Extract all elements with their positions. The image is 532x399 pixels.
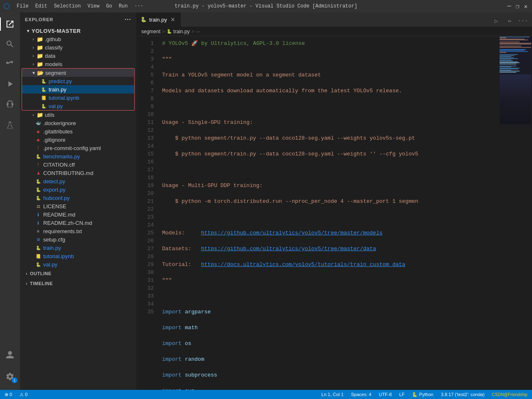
tree-item-citation[interactable]: ! CITATION.cff [20,160,136,169]
tree-item-requirements[interactable]: ≡ requirements.txt [20,227,136,235]
more-actions-button[interactable]: ··· [517,15,529,27]
breadcrumb-sep1: > [162,29,165,34]
activity-search-icon[interactable] [0,34,20,54]
info-file-icon: ℹ [35,219,42,226]
menu-run[interactable]: Run [116,2,131,10]
cfg-file-icon: ⚙ [35,236,42,243]
breadcrumb-sep2: > [191,29,194,34]
tree-item-label: predict.py [49,78,134,84]
activity-test-icon[interactable] [0,116,20,135]
activity-account-icon[interactable] [0,345,20,365]
status-python-env[interactable]: 3.8.17 ('test2': conda) [440,392,486,397]
activity-bar-bottom [0,345,20,390]
menu-file[interactable]: File [14,2,31,10]
tree-item-segment[interactable]: ▼ 📂 segment [22,69,134,77]
segment-folder-highlight: ▼ 📂 segment 🐍 predict.py 🐍 train.py [22,68,135,111]
menu-more[interactable]: ··· [132,2,146,10]
vscode-logo-icon: ⬡ [3,2,10,11]
tree-item-contributing[interactable]: ♟ CONTRIBUTING.md [20,169,136,177]
tree-item-val[interactable]: 🐍 val.py [22,102,134,110]
tree-item-predict[interactable]: 🐍 predict.py [22,77,134,85]
menu-edit[interactable]: Edit [33,2,50,10]
tree-item-label: val.py [49,103,134,109]
split-editor-button[interactable]: ⇔ [504,15,515,27]
status-errors[interactable]: ⊗ 0 [3,392,13,397]
sidebar-actions-button[interactable]: ··· [125,16,131,23]
window-title: train.py - yolov5-master - Visual Studio… [175,3,357,9]
tree-item-readme[interactable]: ℹ README.md [20,210,136,219]
tree-item-utils[interactable]: › 📁 utils [20,111,136,119]
tree-item-license[interactable]: ⚖ LICENSE [20,202,136,210]
outline-section[interactable]: › OUTLINE [20,268,136,278]
notebook-file-icon: 📒 [35,253,42,259]
folder-icon: 📁 [37,44,43,51]
tree-item-train-selected[interactable]: 🐍 train.py [22,85,134,94]
breadcrumb-filename[interactable]: train.py [173,29,190,34]
maximize-button[interactable]: ❐ [515,3,520,9]
activity-run-icon[interactable] [0,74,20,94]
folder-arrow-icon: › [30,61,37,67]
tree-item-hubconf[interactable]: 🐍 hubconf.py [20,194,136,202]
menu-view[interactable]: View [85,2,102,10]
code-content[interactable]: # YOLOv5 🚀 by Ultralytics, AGPL-3.0 lice… [157,36,499,390]
activity-extensions-icon[interactable] [0,94,20,114]
tree-item-export[interactable]: 🐍 export.py [20,185,136,194]
tree-item-setup-cfg[interactable]: ⚙ setup.cfg [20,235,136,244]
menu-selection[interactable]: Selection [52,2,84,10]
tree-item-data[interactable]: › 📁 data [20,52,136,60]
tree-item-detect[interactable]: 🐍 detect.py [20,177,136,185]
tree-item-classify[interactable]: › 📁 classify [20,43,136,52]
minimize-button[interactable]: — [506,3,512,9]
breadcrumb-segment[interactable]: segment [141,29,160,34]
python-file-icon: 🐍 [35,244,42,251]
outline-label: OUTLINE [30,271,52,276]
tree-item-tutorial[interactable]: 📒 tutorial.ipynb [22,94,134,102]
status-warnings[interactable]: ⚠ 0 [18,392,29,397]
menu-go[interactable]: Go [103,2,114,10]
activity-source-control-icon[interactable] [0,54,20,74]
outline-expand-icon: › [23,270,30,277]
folder-icon: 📁 [37,36,43,42]
cursor-position: Ln 1, Col 1 [321,392,343,397]
tree-item-train-root[interactable]: 🐍 train.py [20,244,136,252]
status-line-ending[interactable]: LF [398,392,406,397]
tree-root-yolov5[interactable]: ▼ YOLOV5-MASTER [20,27,136,35]
tree-item-label: train.py [43,245,136,251]
folder-arrow-icon: › [30,36,37,42]
tree-item-github[interactable]: › 📁 .github [20,35,136,43]
tree-item-label: val.py [43,261,136,268]
tab-close-button[interactable]: ✕ [170,16,176,23]
close-button[interactable]: ✕ [523,3,529,9]
tree-item-readme-cn[interactable]: ℹ README.zh-CN.md [20,219,136,227]
tree-item-gitignore[interactable]: ◈ .gitignore [20,135,136,144]
tree-item-precommit[interactable]: ! .pre-commit-config.yaml [20,144,136,152]
run-file-button[interactable]: ▷ [490,15,502,27]
python-file-icon: 🐍 [40,78,47,84]
status-language[interactable]: 🐍 Python [411,392,434,397]
activity-explorer-icon[interactable] [0,14,20,34]
folder-arrow-icon: › [30,44,37,51]
tree-item-label: CITATION.cff [43,162,136,168]
timeline-section[interactable]: › TIMELINE [20,278,136,288]
tree-item-label: hubconf.py [43,195,136,201]
folder-icon: 📁 [37,111,43,118]
tree-item-models[interactable]: › 📁 models [20,60,136,68]
tree-item-dockerignore[interactable]: 🐳 .dockerignore [20,119,136,127]
status-watermark: CSDN@Friendship [491,392,529,397]
status-encoding[interactable]: UTF-8 [377,392,393,397]
editor-tab-train[interactable]: 🐍 train.py ✕ [136,12,181,27]
status-spaces[interactable]: Spaces: 4 [350,392,373,397]
sidebar-content[interactable]: ▼ YOLOV5-MASTER › 📁 .github › 📁 classify [20,27,136,390]
titlebar: ⬡ File Edit Selection View Go Run ··· tr… [0,0,532,12]
activity-settings-icon[interactable] [0,367,20,387]
minimap-canvas [499,37,532,390]
tree-item-benchmarks[interactable]: 🐍 benchmarks.py [20,152,136,160]
tab-file-icon: 🐍 [140,17,147,22]
tree-item-tutorial-root[interactable]: 📒 tutorial.ipynb [20,252,136,260]
tree-item-label: benchmarks.py [43,153,136,160]
cff-file-icon: ! [35,161,42,168]
tree-item-val-root[interactable]: 🐍 val.py [20,260,136,268]
status-cursor[interactable]: Ln 1, Col 1 [320,392,345,397]
breadcrumb-more[interactable]: ··· [196,29,200,34]
tree-item-gitattributes[interactable]: ◈ .gitattributes [20,127,136,135]
